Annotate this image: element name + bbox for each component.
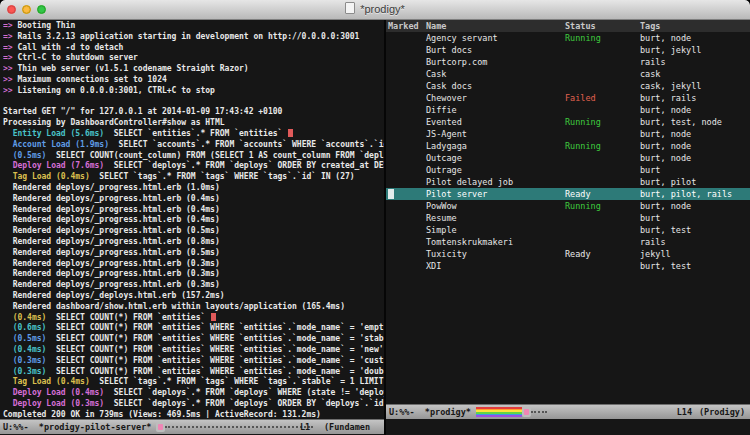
log-text: Rendered deploys/_progress.html.erb (0.4… <box>3 215 220 224</box>
log-text: (0.5ms) <box>3 151 46 160</box>
service-name: XDI <box>426 260 441 272</box>
nyan-rainbow <box>476 407 522 417</box>
nyan-trail <box>165 426 313 428</box>
service-row[interactable]: JS-Agentburt, node <box>386 128 750 140</box>
nyan-cat-icon <box>156 422 165 432</box>
log-text: (0.5ms) <box>3 334 46 343</box>
service-tags: burt, node <box>640 128 691 140</box>
service-name: Burtcorp.com <box>426 56 487 68</box>
log-text: Tag Load (0.4ms) <box>3 377 90 386</box>
log-text: Rendered deploys/_progress.html.erb (0.8… <box>3 237 220 246</box>
log-text: (0.4ms) <box>3 313 46 322</box>
log-line: (0.5ms) SELECT COUNT(*) FROM `entities` … <box>3 334 384 345</box>
log-text: SELECT `entities`.* FROM `entities` <box>104 129 287 138</box>
service-row[interactable]: Outcageburt, node <box>386 152 750 164</box>
log-text: Entity Load (5.6ms) <box>3 129 104 138</box>
service-row[interactable]: Cask docscask, jekyll <box>386 80 750 92</box>
service-tags: burt, node <box>640 200 691 212</box>
service-tags: burt <box>640 212 660 224</box>
log-line: Rendered deploys/_progress.html.erb (0.4… <box>3 205 384 216</box>
log-line: (0.4ms) SELECT COUNT(*) FROM `entities` <box>3 313 384 324</box>
log-line: Rendered deploys/_progress.html.erb (0.8… <box>3 237 384 248</box>
service-row[interactable]: Simpleburt, test <box>386 224 750 236</box>
log-line: (0.3ms) SELECT COUNT(*) FROM `entities` … <box>3 356 384 367</box>
log-text: SELECT `deploys`.* FROM `deploys` ORDER … <box>104 161 384 170</box>
document-icon <box>345 2 355 14</box>
service-row[interactable]: Burtcorp.comrails <box>386 56 750 68</box>
log-text: Processing by DashboardController#show a… <box>3 118 225 127</box>
service-row[interactable]: Diffieburt, node <box>386 104 750 116</box>
log-text: SELECT COUNT(*) FROM `entities` WHERE `e… <box>46 345 383 354</box>
service-name: Burt docs <box>426 44 472 56</box>
right-modeline-line-number: L14 <box>677 405 692 419</box>
service-tags: burt, test <box>640 224 691 236</box>
nyan-mode-indicator <box>476 406 547 418</box>
log-line: Account Load (1.9ms) SELECT `accounts`.*… <box>3 140 384 151</box>
service-row[interactable]: PowWowRunningburt, node <box>386 200 750 212</box>
service-row[interactable]: Caskcask <box>386 68 750 80</box>
log-text: SELECT `tags`.* FROM `tags` WHERE `tags`… <box>90 377 384 386</box>
service-row[interactable]: ChewoverFailedburt, rails <box>386 92 750 104</box>
service-tags: jekyll <box>640 248 671 260</box>
service-row[interactable]: LadygagaRunningburt, node <box>386 140 750 152</box>
log-line: (0.3ms) SELECT COUNT(*) FROM `entities` … <box>3 367 384 378</box>
service-row[interactable]: EventedRunningburt, test, node <box>386 116 750 128</box>
log-text: Started GET "/" for 127.0.0.1 at 2014-01… <box>3 107 282 116</box>
log-line: Rendered deploys/_progress.html.erb (0.4… <box>3 194 384 205</box>
log-text: SELECT COUNT(*) FROM `entities` WHERE `e… <box>46 334 383 343</box>
log-line: Rendered deploys/_progress.html.erb (0.3… <box>3 280 384 291</box>
log-line: Deploy Load (7.6ms) SELECT `deploys`.* F… <box>3 161 384 172</box>
log-line: Rendered dashboard/show.html.erb within … <box>3 302 384 313</box>
shell-buffer-window[interactable]: => Booting Thin=> Rails 3.2.13 applicati… <box>0 20 386 435</box>
log-text: Rendered dashboard/show.html.erb within … <box>3 302 345 311</box>
titlebar[interactable]: *prodigy* <box>0 0 750 20</box>
service-row[interactable]: Outrageburt <box>386 164 750 176</box>
service-status: Running <box>565 32 601 44</box>
service-row[interactable]: Pilot serverReadyburt, pilot, rails <box>386 188 750 200</box>
service-row[interactable]: Agency servantRunningburt, node <box>386 32 750 44</box>
log-line: >> Thin web server (v1.5.1 codename Stra… <box>3 64 384 75</box>
log-line: Rendered deploys/_progress.html.erb (0.5… <box>3 248 384 259</box>
log-line: => Rails 3.2.13 application starting in … <box>3 32 384 43</box>
nyan-mode-indicator <box>156 421 313 433</box>
service-tags: rails <box>640 56 666 68</box>
service-list: Agency servantRunningburt, nodeBurt docs… <box>386 32 750 404</box>
log-line: Deploy Load (0.3ms) SELECT `deploys`.* F… <box>3 399 384 410</box>
log-text: >> <box>3 75 17 84</box>
left-modeline-line-number: L1 <box>300 420 310 434</box>
service-name: Pilot server <box>426 188 487 200</box>
log-text: Rendered deploys/_deploys.html.erb (157.… <box>3 291 225 300</box>
service-row[interactable]: Tomtenskrukmakerirails <box>386 236 750 248</box>
service-name: Outcage <box>426 152 462 164</box>
service-tags: burt, node <box>640 104 691 116</box>
log-line: Rendered deploys/_progress.html.erb (0.4… <box>3 215 384 226</box>
service-name: PowWow <box>426 200 457 212</box>
service-row[interactable]: Pilot delayed jobburt, pilot <box>386 176 750 188</box>
rails-log: => Booting Thin=> Rails 3.2.13 applicati… <box>3 21 384 418</box>
service-name: Simple <box>426 224 457 236</box>
log-text: SELECT `tags`.* FROM `tags` WHERE `tags`… <box>90 172 355 181</box>
log-text: (0.3ms) <box>3 356 46 365</box>
log-text: Maximum connections set to 1024 <box>17 75 166 84</box>
service-row[interactable]: TuxicityReadyjekyll <box>386 248 750 260</box>
log-text: Deploy Load (0.4ms) <box>3 388 104 397</box>
service-tags: burt, jekyll <box>640 44 701 56</box>
header-name: Name <box>426 20 446 32</box>
log-text: Call with -d to detach <box>17 43 123 52</box>
nyan-trail <box>531 411 547 413</box>
service-name: Ladygaga <box>426 140 467 152</box>
service-status: Running <box>565 200 601 212</box>
service-row[interactable]: Resumeburt <box>386 212 750 224</box>
log-text: (0.3ms) <box>3 367 46 376</box>
service-tags: burt, rails <box>640 92 696 104</box>
prodigy-buffer-window[interactable]: Marked Name Status Tags Agency servantRu… <box>386 20 750 435</box>
service-row[interactable]: XDIburt, test <box>386 260 750 272</box>
log-text: SELECT COUNT(*) FROM `entities` WHERE `e… <box>46 356 383 365</box>
service-tags: burt <box>640 164 660 176</box>
service-tags: burt, test <box>640 260 691 272</box>
log-text: Listening on 0.0.0.0:3001, CTRL+C to sto… <box>17 86 214 95</box>
log-text: SELECT `accounts`.* FROM `accounts` WHER… <box>109 140 384 149</box>
log-text: Ctrl-C to shutdown server <box>17 53 137 62</box>
left-modeline-major-mode: (Fundamen <box>324 420 370 434</box>
service-row[interactable]: Burt docsburt, jekyll <box>386 44 750 56</box>
